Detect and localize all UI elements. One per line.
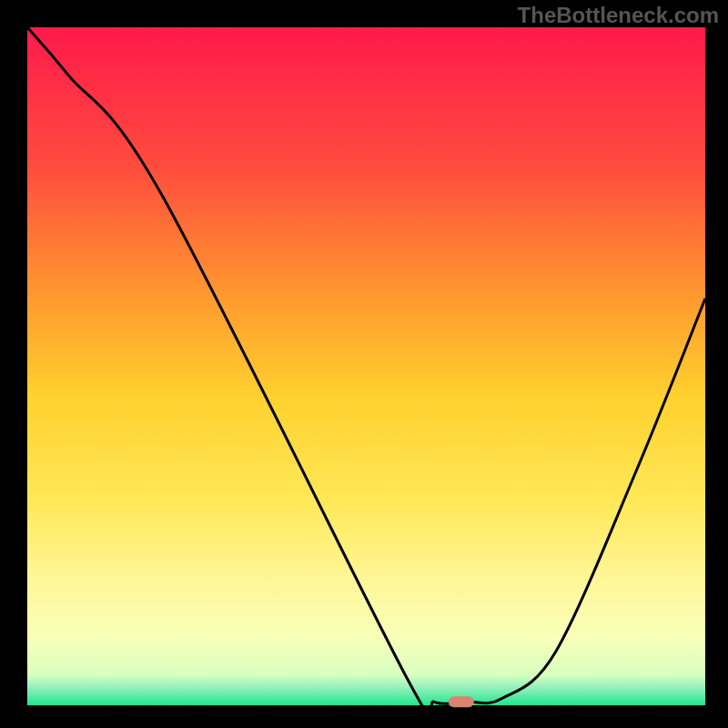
bottleneck-chart bbox=[0, 0, 728, 728]
optimal-marker bbox=[449, 696, 474, 707]
chart-container: TheBottleneck.com bbox=[0, 0, 728, 728]
watermark-text: TheBottleneck.com bbox=[518, 3, 719, 28]
chart-background bbox=[27, 27, 705, 705]
